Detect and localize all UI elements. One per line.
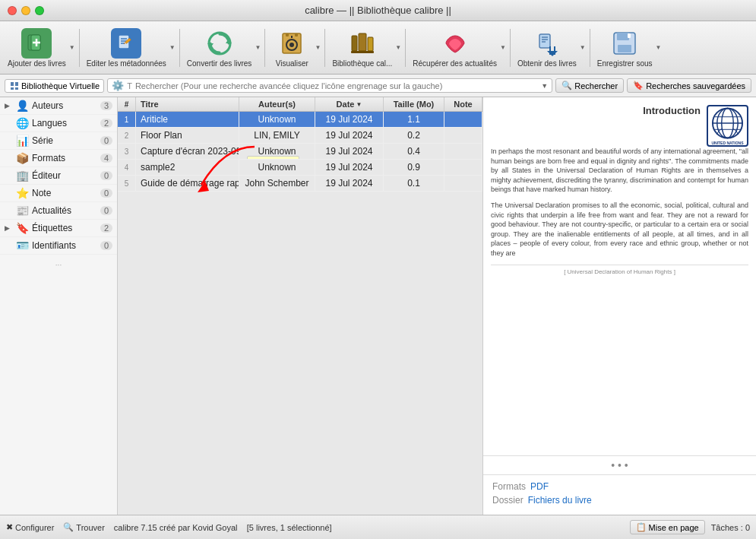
add-books-button[interactable]: Ajouter des livres [5, 27, 69, 69]
sidebar-item-actualites[interactable]: 📰 Actualités 0 [0, 202, 117, 220]
library-button[interactable]: Bibliothèque cal... [329, 27, 395, 69]
separator-6 [510, 29, 511, 67]
convert-dropdown[interactable]: ▼ [255, 33, 261, 63]
identifiants-count: 0 [100, 241, 112, 250]
serie-icon: 📊 [15, 135, 29, 147]
actualites-count: 0 [100, 206, 112, 215]
maximize-button[interactable] [35, 6, 44, 15]
row-note [444, 128, 482, 143]
library-dropdown[interactable]: ▼ [395, 33, 401, 63]
dossier-value[interactable]: Fichiers du livre [528, 495, 592, 506]
edit-metadata-dropdown[interactable]: ▼ [169, 33, 176, 63]
sidebar-item-etiquettes[interactable]: ▶ 🔖 Étiquettes 2 [0, 220, 117, 237]
search-input[interactable] [135, 81, 538, 90]
book-table-area: # Titre Auteur(s) Date ▼ Taille (Mo) Not… [118, 97, 482, 515]
formats-label: Formats [32, 153, 97, 163]
close-button[interactable] [8, 6, 17, 15]
svg-rect-20 [359, 33, 366, 51]
sidebar-item-langues[interactable]: 🌐 Langues 2 [0, 115, 117, 132]
news-button[interactable]: Récupérer des actualités [410, 27, 500, 69]
sidebar-resize-handle[interactable]: ··· [0, 255, 117, 275]
sidebar-item-identifiants[interactable]: 🪪 Identifiants 0 [0, 237, 117, 255]
separator-3 [264, 29, 265, 67]
news-dropdown[interactable]: ▼ [500, 33, 506, 63]
mise-en-page-button[interactable]: 📋 Mise en page [630, 520, 705, 534]
row-note [444, 160, 482, 175]
row-titre: sample2 [136, 160, 239, 175]
viewer-button[interactable]: Visualiser [269, 27, 315, 69]
edit-metadata-button[interactable]: Editer les métadonnées [84, 27, 169, 69]
row-auteur: Unknown [239, 112, 315, 127]
table-row[interactable]: 2 Floor Plan LIN, EMILY 19 Jul 2024 0.2 [118, 128, 482, 144]
col-date[interactable]: Date ▼ [315, 97, 384, 111]
preview-section-title: Introduction [491, 105, 701, 116]
saved-search-label: Recherches sauvegardées [646, 81, 745, 90]
add-books-dropdown[interactable]: ▼ [69, 33, 75, 63]
row-auteur: LIN, EMILY [239, 128, 315, 143]
save-button[interactable]: Enregistrer sous [594, 27, 656, 69]
un-logo: UNITED NATIONS [707, 105, 748, 147]
search-bar: Bibliothèque Virtuelle ⚙️ T ▼ 🔍 Recherch… [0, 75, 756, 97]
col-titre[interactable]: Titre [136, 97, 239, 111]
preview-paragraph-1: In perhaps the most resonant and beautif… [491, 147, 748, 195]
col-note[interactable]: Note [444, 97, 482, 111]
window-controls[interactable] [8, 6, 44, 15]
save-icon [609, 28, 640, 59]
table-row[interactable]: 3 Capture d'écran 2023-09-... Unknown LI… [118, 144, 482, 160]
separator-7 [590, 29, 590, 67]
col-auteur[interactable]: Auteur(s) [239, 97, 315, 111]
langues-label: Langues [32, 118, 97, 128]
minimize-button[interactable] [21, 6, 30, 15]
row-auteur: John Schember [239, 176, 315, 191]
sidebar-item-note[interactable]: ⭐ Note 0 [0, 185, 117, 202]
formats-value[interactable]: PDF [530, 481, 549, 492]
book-preview: Introduction [483, 97, 756, 455]
preview-paragraph-2: The Universal Declaration promises to al… [491, 201, 748, 258]
convert-button[interactable]: Convertir des livres [184, 27, 255, 69]
sidebar-item-formats[interactable]: 📦 Formats 4 [0, 150, 117, 167]
editeur-label: Éditeur [32, 170, 97, 181]
saved-searches-button[interactable]: 🔖 Recherches sauvegardées [627, 78, 751, 93]
add-books-label: Ajouter des livres [8, 59, 66, 68]
convert-label: Convertir des livres [187, 59, 252, 68]
col-num[interactable]: # [118, 97, 136, 111]
mise-en-page-label: Mise en page [649, 523, 699, 532]
panel-resize-dots[interactable]: • • • [483, 455, 756, 475]
viewer-label: Visualiser [276, 59, 308, 68]
getbooks-button[interactable]: Obtenir des livres [514, 27, 580, 69]
col-taille[interactable]: Taille (Mo) [384, 97, 444, 111]
search-dropdown-arrow[interactable]: ▼ [541, 82, 548, 90]
virtual-library-button[interactable]: Bibliothèque Virtuelle [5, 79, 104, 93]
edit-metadata-label: Editer les métadonnées [87, 59, 166, 68]
title-bar: calibre — || Bibliothèque calibre || [0, 0, 756, 21]
viewer-dropdown[interactable]: ▼ [315, 33, 321, 63]
trouver-button[interactable]: 🔍 Trouver [63, 522, 105, 532]
row-date: 19 Jul 2024 [315, 128, 384, 143]
table-row[interactable]: 4 sample2 Unknown 19 Jul 2024 0.9 [118, 160, 482, 176]
formats-icon: 📦 [15, 152, 29, 164]
table-body: 1 Ariticle Unknown 19 Jul 2024 1.1 2 Flo… [118, 112, 482, 515]
add-books-group: Ajouter des livres ▼ [5, 27, 75, 69]
row-titre: Capture d'écran 2023-09-... [136, 144, 239, 159]
row-num: 1 [118, 112, 136, 127]
getbooks-icon [532, 28, 562, 59]
sidebar-item-editeur[interactable]: 🏢 Éditeur 0 [0, 167, 117, 185]
meta-formats-row: Formats PDF [492, 481, 747, 492]
svg-rect-17 [286, 33, 289, 36]
getbooks-dropdown[interactable]: ▼ [580, 33, 586, 63]
sidebar-item-serie[interactable]: 📊 Série 0 [0, 132, 117, 150]
search-input-area[interactable]: ⚙️ T ▼ [107, 78, 552, 93]
trouver-icon: 🔍 [63, 522, 74, 532]
preview-footer: [ Universal Declaration of Human Rights … [491, 265, 748, 275]
table-row[interactable]: 5 Guide de démarrage rapide John Schembe… [118, 176, 482, 192]
svg-point-15 [289, 43, 294, 47]
sidebar-item-auteurs[interactable]: ▶ 👤 Auteurs 3 [0, 97, 117, 115]
table-row[interactable]: 1 Ariticle Unknown 19 Jul 2024 1.1 [118, 112, 482, 128]
date-sort-icon: ▼ [356, 101, 362, 108]
svg-rect-23 [539, 34, 550, 48]
save-dropdown[interactable]: ▼ [656, 33, 662, 63]
panel-meta: Formats PDF Dossier Fichiers du livre [483, 475, 756, 515]
search-gear-icon[interactable]: ⚙️ [112, 80, 124, 91]
configure-button[interactable]: ✖ Configurer [6, 522, 54, 532]
search-button[interactable]: 🔍 Rechercher [555, 78, 624, 93]
